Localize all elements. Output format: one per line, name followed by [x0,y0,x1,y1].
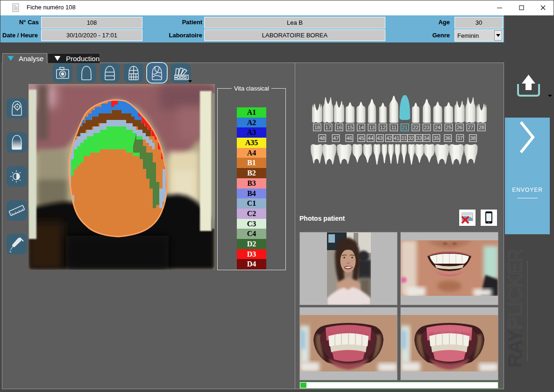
svg-text:17: 17 [325,125,331,130]
svg-text:31: 31 [401,135,406,141]
svg-text:42: 42 [386,135,392,141]
svg-text:34: 34 [424,135,429,141]
svg-text:47: 47 [333,135,339,141]
svg-text:46: 46 [347,135,352,141]
svg-text:16: 16 [336,125,342,130]
svg-text:36: 36 [445,135,451,141]
svg-text:11: 11 [391,125,396,130]
svg-text:15: 15 [347,125,353,130]
svg-text:27: 27 [468,125,473,130]
svg-text:43: 43 [377,135,383,141]
svg-text:41: 41 [394,135,399,141]
svg-text:25: 25 [446,125,451,130]
svg-text:RAYPLICKER: RAYPLICKER [506,249,526,368]
svg-text:44: 44 [368,135,373,141]
svg-text:48: 48 [320,135,325,141]
svg-text:12: 12 [380,125,386,130]
svg-text:18: 18 [314,125,320,130]
svg-text:22: 22 [413,125,419,130]
svg-text:13: 13 [369,125,375,130]
svg-text:28: 28 [479,125,484,130]
svg-text:33: 33 [416,135,422,141]
svg-text:35: 35 [433,135,439,141]
svg-text:26: 26 [457,125,462,130]
svg-text:24: 24 [435,125,440,130]
svg-text:14: 14 [358,125,364,130]
svg-text:21: 21 [402,125,407,130]
svg-text:45: 45 [358,135,364,141]
svg-text:23: 23 [424,125,429,130]
svg-text:37: 37 [457,135,463,141]
svg-text:38: 38 [470,135,476,141]
svg-text:32: 32 [408,135,414,141]
